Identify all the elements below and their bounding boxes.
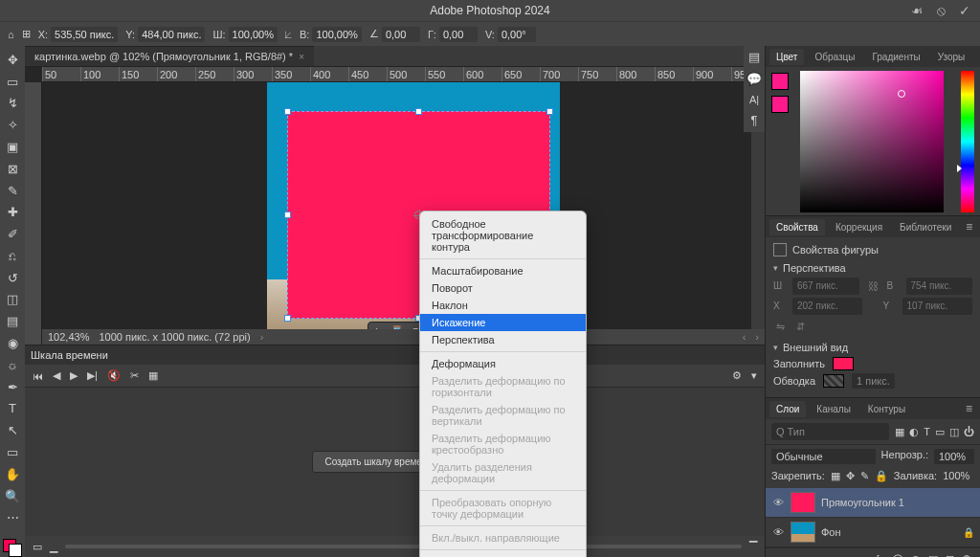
blend-mode[interactable]: Обычные <box>771 449 876 464</box>
dodge-tool-icon[interactable]: ☼ <box>2 355 23 375</box>
document-tab[interactable]: картинка.webp @ 102% (Прямоугольник 1, R… <box>25 46 314 66</box>
prop-w-value[interactable]: 667 пикс. <box>792 278 859 295</box>
wand-tool-icon[interactable]: ✧ <box>2 115 23 135</box>
transition-icon[interactable]: ▦ <box>148 369 158 382</box>
visibility-icon[interactable]: 👁 <box>771 526 785 538</box>
fill-color-chip[interactable] <box>833 357 854 370</box>
context-menu-item[interactable]: Перспектива <box>420 331 586 348</box>
opacity-value[interactable]: 100% <box>934 449 974 464</box>
blur-tool-icon[interactable]: ◉ <box>2 333 23 353</box>
y-value[interactable]: 484,00 пикс. <box>138 27 205 42</box>
play-icon[interactable]: ▶ <box>70 369 78 382</box>
skew-h-value[interactable]: 0,00 <box>439 27 478 42</box>
panel-menu-icon[interactable]: ≡ <box>962 220 976 234</box>
timeline-tab[interactable]: Шкала времени <box>31 349 108 361</box>
nav-prev-icon[interactable]: ‹ <box>743 331 746 343</box>
filter-shape-icon[interactable]: ▭ <box>935 426 945 438</box>
zoom-in-icon[interactable]: ▔ <box>749 541 757 553</box>
tab-color[interactable]: Цвет <box>769 49 804 65</box>
settings-icon[interactable]: ⚙ <box>732 369 742 382</box>
flip-v-icon[interactable]: ⇵ <box>793 318 808 336</box>
history-brush-icon[interactable]: ↺ <box>2 268 23 288</box>
layer-filter[interactable]: Q Тип <box>771 423 889 440</box>
lock-icon[interactable]: 🔒 <box>875 470 888 482</box>
fill-value[interactable]: 100% <box>943 470 980 482</box>
tab-libraries[interactable]: Библиотеки <box>893 219 958 235</box>
prop-h-value[interactable]: 754 пикс. <box>906 278 973 295</box>
tab-swatches[interactable]: Образцы <box>808 49 861 65</box>
first-frame-icon[interactable]: ⏮ <box>33 370 43 382</box>
h-value[interactable]: 100,00% <box>312 27 361 42</box>
layer-thumbnail[interactable] <box>791 522 815 543</box>
filter-toggle-icon[interactable]: ⏻ <box>964 426 974 438</box>
tab-channels[interactable]: Каналы <box>810 401 858 417</box>
zoom-slider[interactable] <box>65 545 742 548</box>
transform-handle[interactable] <box>284 212 291 218</box>
lasso-tool-icon[interactable]: ↯ <box>2 94 23 114</box>
close-tab-icon[interactable]: × <box>299 52 304 62</box>
commit-icon[interactable]: ✓ <box>959 3 970 18</box>
shape-tool-icon[interactable]: ▭ <box>2 442 23 462</box>
color-swatches[interactable] <box>3 539 22 557</box>
context-menu-item[interactable]: Поворот <box>420 279 586 297</box>
pen-tool-icon[interactable]: ✒ <box>2 377 23 397</box>
filter-adjust-icon[interactable]: ◐ <box>909 426 919 438</box>
zoom-level[interactable]: 102,43% <box>48 331 89 343</box>
angle-value[interactable]: 0,00 <box>382 27 420 42</box>
transform-handle[interactable] <box>284 108 291 115</box>
split-icon[interactable]: ✂ <box>130 369 139 382</box>
prev-frame-icon[interactable]: ◀ <box>53 369 60 382</box>
hue-slider[interactable] <box>961 71 974 212</box>
stroke-color-chip[interactable] <box>823 374 844 388</box>
x-value[interactable]: 535,50 пикс. <box>51 27 118 42</box>
puppet-icon[interactable]: ☙ <box>911 3 924 18</box>
context-menu-item[interactable]: Свободное трансформирование контура <box>420 215 586 256</box>
lock-pos-icon[interactable]: ✥ <box>846 470 855 482</box>
layer-thumbnail[interactable] <box>791 492 815 513</box>
link-wh-icon[interactable]: ⟀ <box>285 29 292 40</box>
context-menu-item[interactable]: Деформация <box>420 355 586 372</box>
context-menu-item[interactable]: Наклон <box>420 297 586 314</box>
section-appearance[interactable]: Внешний вид <box>773 342 972 353</box>
next-frame-icon[interactable]: ▶| <box>87 369 98 382</box>
tab-gradients[interactable]: Градиенты <box>865 49 926 65</box>
layer-name[interactable]: Прямоугольник 1 <box>821 497 904 508</box>
transform-handle[interactable] <box>284 315 291 322</box>
transform-handle[interactable] <box>415 108 422 115</box>
lock-icon[interactable]: 🔒 <box>963 527 974 538</box>
layer-name[interactable]: Фон <box>821 526 841 538</box>
panel-menu-icon[interactable]: ≡ <box>975 50 980 63</box>
tab-paths[interactable]: Контуры <box>861 401 912 417</box>
crop-tool-icon[interactable]: ▣ <box>2 137 23 157</box>
mask-icon[interactable]: ◯ <box>892 553 903 557</box>
fg-bg-swatch[interactable] <box>771 73 789 113</box>
lock-all-icon[interactable]: ▦ <box>831 470 840 482</box>
eraser-tool-icon[interactable]: ◫ <box>2 290 23 310</box>
paragraph-panel-icon[interactable]: ¶ <box>751 113 758 127</box>
filter-type-icon[interactable]: T <box>924 426 930 438</box>
skew-v-value[interactable]: 0,00° <box>498 27 536 42</box>
layer-item[interactable]: 👁 Прямоугольник 1 <box>766 488 980 518</box>
context-menu-item[interactable]: Масштабирование <box>420 262 586 279</box>
tab-patterns[interactable]: Узоры <box>931 49 972 65</box>
frame-tool-icon[interactable]: ⊠ <box>2 159 23 179</box>
gradient-tool-icon[interactable]: ▤ <box>2 311 23 331</box>
reference-point-icon[interactable]: ⊞ <box>22 28 31 40</box>
nav-next-icon[interactable]: › <box>755 331 759 343</box>
new-layer-icon[interactable]: ⊞ <box>946 553 954 557</box>
flip-h-icon[interactable]: ⇋ <box>773 318 788 336</box>
adjustment-icon[interactable]: ◐ <box>911 553 921 557</box>
menu-icon[interactable]: ▾ <box>751 369 757 382</box>
link-icon[interactable]: ⛓ <box>865 278 881 295</box>
visibility-icon[interactable]: 👁 <box>771 497 785 508</box>
path-tool-icon[interactable]: ↖ <box>2 420 23 440</box>
canvas-viewport[interactable]: ⇋ ⌛ Отмен <box>42 82 751 329</box>
marquee-tool-icon[interactable]: ▭ <box>2 72 23 92</box>
zoom-tool-icon[interactable]: 🔍 <box>2 486 23 506</box>
group-icon[interactable]: ▣ <box>928 553 938 557</box>
stamp-tool-icon[interactable]: ⎌ <box>2 246 23 266</box>
filter-smart-icon[interactable]: ◫ <box>949 426 959 438</box>
move-tool-icon[interactable]: ✥ <box>2 50 23 70</box>
comments-panel-icon[interactable]: 💬 <box>746 72 762 86</box>
link-layers-icon[interactable]: ⇔ <box>859 553 868 557</box>
